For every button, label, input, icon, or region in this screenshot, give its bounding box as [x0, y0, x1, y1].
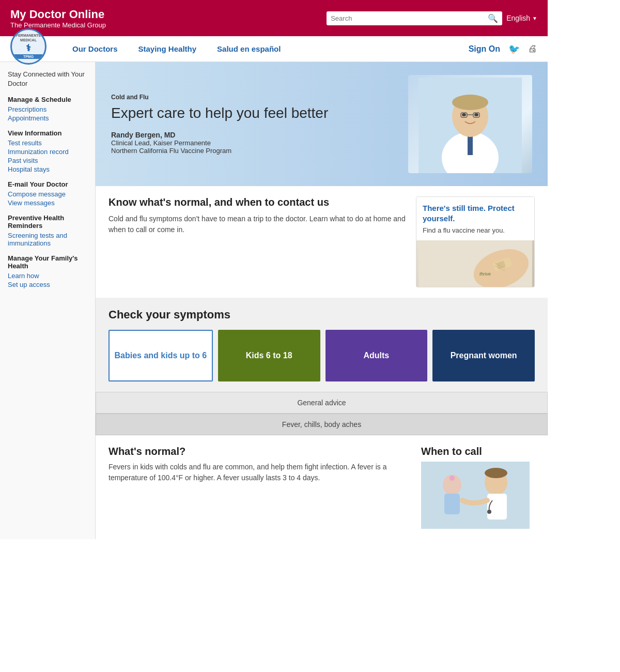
svg-point-21: [450, 476, 455, 481]
svg-point-6: [462, 113, 466, 116]
flu-promo-link[interactable]: There's still time. Protect yourself.: [423, 203, 528, 223]
svg-text:thrive: thrive: [479, 271, 491, 277]
symptom-buttons: Babies and kids up to 6 Kids 6 to 18 Adu…: [109, 330, 535, 381]
adults-btn-label: Adults: [363, 351, 389, 360]
specific-advice-bar[interactable]: Fever, chills, body aches: [96, 414, 548, 435]
tpmg-logo: PERMANENTE MEDICAL ⚕ 1948 TPMG: [10, 28, 47, 65]
when-to-call-title: When to call: [421, 446, 535, 457]
sidebar-section-view: View Information: [8, 129, 87, 137]
header-right: 🔍 English ▼: [327, 11, 537, 25]
general-advice-label: General advice: [297, 399, 346, 407]
svg-rect-18: [421, 462, 530, 529]
doctor-name: Randy Bergen, MD: [111, 131, 175, 139]
nav-link-staying-healthy[interactable]: Staying Healthy: [128, 44, 207, 53]
svg-point-7: [474, 113, 478, 116]
hero-text: Cold and Flu Expert care to help you fee…: [111, 94, 408, 155]
know-normal-title: Know what's normal, and when to contact …: [109, 196, 406, 208]
svg-rect-23: [487, 494, 507, 520]
sidebar-link-learn-how[interactable]: Learn how: [8, 272, 87, 280]
symptom-btn-babies[interactable]: Babies and kids up to 6: [109, 330, 213, 381]
doctor-child-illustration: [421, 462, 530, 529]
hero-title: Expert care to help you feel better: [111, 104, 408, 123]
sidebar-link-appointments[interactable]: Appointments: [8, 114, 87, 122]
twitter-icon[interactable]: 🐦: [508, 43, 520, 55]
svg-point-24: [485, 468, 507, 478]
search-icon[interactable]: 🔍: [488, 13, 498, 23]
sidebar-link-view-messages[interactable]: View messages: [8, 199, 87, 207]
top-header: My Doctor Online The Permanente Medical …: [0, 0, 548, 36]
hero-doctor-info: Randy Bergen, MD Clinical Lead, Kaiser P…: [111, 131, 408, 155]
chevron-down-icon: ▼: [532, 16, 537, 21]
know-normal-body: Cold and flu symptoms don't have to mean…: [109, 213, 406, 235]
vaccine-illustration: thrive: [419, 240, 532, 287]
sidebar-link-immunization[interactable]: Immunization record: [8, 148, 87, 156]
know-normal-section: Know what's normal, and when to contact …: [96, 186, 548, 298]
sidebar-section-email: E-mail Your Doctor: [8, 180, 87, 188]
sidebar-link-prescriptions[interactable]: Prescriptions: [8, 105, 87, 113]
flu-promo-description: Find a flu vaccine near you.: [423, 226, 528, 234]
language-label: English: [506, 14, 530, 22]
sidebar-link-set-up-access[interactable]: Set up access: [8, 281, 87, 288]
svg-point-25: [487, 510, 491, 514]
main-content: Cold and Flu Expert care to help you fee…: [96, 62, 548, 539]
whats-normal-left: What's normal? Fevers in kids with colds…: [109, 446, 411, 529]
sidebar-section-family: Manage Your Family's Health: [8, 254, 87, 270]
main-nav: PERMANENTE MEDICAL ⚕ 1948 TPMG Our Docto…: [0, 36, 548, 62]
check-symptoms-section: Check your symptoms Babies and kids up t…: [96, 298, 548, 392]
hero-banner: Cold and Flu Expert care to help you fee…: [96, 62, 548, 186]
nav-right: Sign On 🐦 🖨: [469, 43, 537, 55]
print-icon[interactable]: 🖨: [528, 43, 537, 54]
symptom-btn-adults[interactable]: Adults: [326, 330, 428, 381]
sidebar-section-manage: Manage & Schedule: [8, 96, 87, 103]
whats-normal-title: What's normal?: [109, 446, 411, 457]
know-normal-text: Know what's normal, and when to contact …: [109, 196, 406, 235]
pregnant-btn-label: Pregnant women: [451, 351, 517, 360]
sign-on-button[interactable]: Sign On: [469, 44, 500, 54]
site-name: My Doctor Online: [10, 8, 106, 21]
sidebar: Stay Connected with Your Doctor Manage &…: [0, 62, 96, 539]
general-advice-bar[interactable]: General advice: [96, 392, 548, 414]
page-body: Stay Connected with Your Doctor Manage &…: [0, 62, 548, 539]
symptom-btn-kids[interactable]: Kids 6 to 18: [218, 330, 320, 381]
caduceus-icon: ⚕: [12, 42, 45, 54]
hero-subtitle: Cold and Flu: [111, 94, 408, 101]
when-to-call-image: [421, 462, 530, 529]
flu-promo-image: thrive: [416, 240, 534, 287]
sidebar-link-hospital-stays[interactable]: Hospital stays: [8, 165, 87, 173]
sidebar-link-compose[interactable]: Compose message: [8, 190, 87, 198]
sidebar-stay-connected: Stay Connected with Your Doctor: [8, 70, 87, 88]
whats-normal-text: Fevers in kids with colds and flu are co…: [109, 462, 411, 483]
when-to-call-right: When to call: [421, 446, 535, 529]
svg-point-5: [452, 95, 488, 110]
search-input[interactable]: [331, 14, 488, 22]
nav-link-our-doctors[interactable]: Our Doctors: [62, 44, 128, 53]
svg-rect-20: [444, 494, 460, 514]
sidebar-link-past-visits[interactable]: Past visits: [8, 157, 87, 164]
nav-link-salud-espanol[interactable]: Salud en español: [207, 44, 291, 53]
flu-promo-card[interactable]: There's still time. Protect yourself. Fi…: [416, 196, 535, 287]
sidebar-link-screening[interactable]: Screening tests and immunizations: [8, 232, 87, 247]
sidebar-link-test-results[interactable]: Test results: [8, 139, 87, 147]
hero-image: [408, 75, 532, 173]
check-symptoms-title: Check your symptoms: [109, 308, 535, 322]
nav-links: Our Doctors Staying Healthy Salud en esp…: [62, 44, 469, 53]
doctor-illustration: [419, 78, 522, 173]
search-bar[interactable]: 🔍: [327, 11, 502, 25]
kids-btn-label: Kids 6 to 18: [246, 351, 292, 360]
site-subtitle: The Permanente Medical Group: [10, 21, 106, 29]
babies-btn-label: Babies and kids up to 6: [115, 351, 207, 360]
doctor-role: Clinical Lead, Kaiser Permanente: [111, 139, 211, 147]
language-selector[interactable]: English ▼: [506, 14, 537, 22]
normal-section: What's normal? Fevers in kids with colds…: [96, 435, 548, 539]
doctor-program: Northern California Flu Vaccine Program: [111, 147, 231, 155]
symptom-btn-pregnant[interactable]: Pregnant women: [432, 330, 535, 381]
specific-advice-label: Fever, chills, body aches: [282, 420, 361, 429]
flu-promo-text: There's still time. Protect yourself. Fi…: [416, 197, 534, 240]
site-title: My Doctor Online The Permanente Medical …: [10, 8, 106, 29]
sidebar-section-preventive: Preventive Health Reminders: [8, 214, 87, 230]
